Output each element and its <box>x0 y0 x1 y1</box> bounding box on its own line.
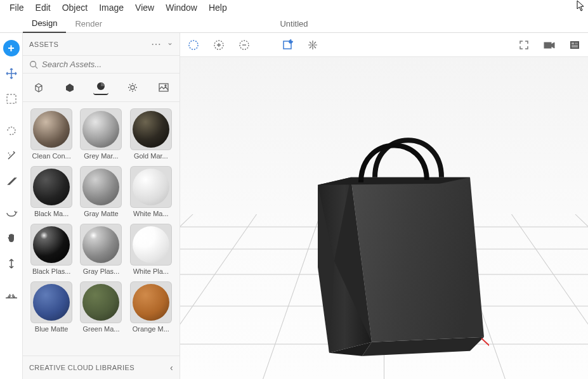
menu-file[interactable]: File <box>4 1 30 14</box>
material-sphere-icon <box>133 226 169 263</box>
eyedropper-tool[interactable] <box>3 172 20 190</box>
category-shapes[interactable] <box>62 80 77 95</box>
material-label: Green Ma... <box>82 325 119 333</box>
svg-line-27 <box>180 214 193 379</box>
material-swatch[interactable]: Orange M... <box>129 281 173 333</box>
svg-point-10 <box>289 41 292 43</box>
tab-render[interactable]: Render <box>66 15 111 32</box>
workspace-tabs: Design Render Untitled <box>0 15 588 33</box>
chevron-left-icon: ‹ <box>170 363 173 373</box>
svg-rect-14 <box>572 42 574 44</box>
viewport-area <box>180 33 588 379</box>
material-label: Black Ma... <box>34 210 69 217</box>
material-swatch[interactable]: White Ma... <box>129 166 173 217</box>
material-label: White Pla... <box>133 267 169 275</box>
material-swatch[interactable]: Clean Con... <box>29 108 74 160</box>
material-sphere-icon <box>82 284 119 321</box>
material-sphere-icon <box>33 284 70 321</box>
material-sphere-icon <box>133 169 169 205</box>
render-settings-button[interactable] <box>568 38 582 52</box>
material-swatch[interactable]: Blue Matte <box>29 281 74 333</box>
document-title: Untitled <box>280 19 308 29</box>
horizon-tool[interactable] <box>3 286 20 304</box>
material-swatch[interactable]: Gray Plas... <box>79 224 123 275</box>
category-images[interactable] <box>156 80 171 95</box>
material-swatch[interactable]: Green Ma... <box>79 281 123 333</box>
material-swatch[interactable]: Gold Mar... <box>129 108 173 160</box>
svg-rect-16 <box>572 45 578 48</box>
frame-button[interactable] <box>280 38 294 52</box>
material-sphere-icon <box>33 226 70 263</box>
assets-search[interactable] <box>23 56 180 74</box>
svg-line-26 <box>511 214 588 379</box>
material-thumb <box>130 224 172 266</box>
svg-point-6 <box>189 41 198 49</box>
move-tool[interactable] <box>3 65 20 82</box>
material-thumb <box>80 166 122 208</box>
material-label: Blue Matte <box>35 325 69 333</box>
marquee-select-button[interactable] <box>186 38 200 52</box>
tab-design[interactable]: Design <box>23 15 66 33</box>
material-swatch[interactable]: Black Ma... <box>29 166 74 217</box>
orbit-tool[interactable] <box>3 204 20 222</box>
material-label: Gold Mar... <box>134 152 168 160</box>
material-thumb <box>80 108 122 150</box>
material-sphere-icon <box>82 169 119 205</box>
wand-tool[interactable] <box>3 147 20 165</box>
category-models[interactable] <box>31 80 46 95</box>
material-thumb <box>80 281 122 323</box>
menu-help[interactable]: Help <box>203 1 233 14</box>
tool-strip: + <box>0 33 23 379</box>
menu-view[interactable]: View <box>129 1 160 14</box>
material-swatch[interactable]: Black Plas... <box>29 224 74 275</box>
remove-from-selection-button[interactable] <box>237 38 251 52</box>
material-sphere-icon <box>82 226 119 263</box>
svg-line-28 <box>575 214 588 379</box>
select-tool[interactable] <box>3 90 20 108</box>
search-input[interactable] <box>42 60 173 69</box>
fullscreen-button[interactable] <box>517 38 531 52</box>
cc-libraries-section[interactable]: CREATIVE CLOUD LIBRARIES ‹ <box>23 356 180 379</box>
menu-window[interactable]: Window <box>160 1 203 14</box>
material-thumb <box>30 108 72 150</box>
material-swatch[interactable]: Gray Matte <box>79 166 123 217</box>
material-sphere-icon <box>133 284 169 321</box>
undo-tool[interactable] <box>3 122 20 139</box>
svg-rect-12 <box>544 42 551 48</box>
add-to-selection-button[interactable] <box>212 38 226 52</box>
svg-rect-15 <box>575 42 578 44</box>
category-materials[interactable] <box>93 80 108 95</box>
material-sphere-icon <box>82 111 119 148</box>
asset-categories <box>23 74 180 102</box>
3d-viewport[interactable] <box>180 57 588 379</box>
menu-object[interactable]: Object <box>56 1 93 14</box>
svg-point-1 <box>30 61 36 67</box>
material-swatch[interactable]: Grey Mar... <box>79 108 123 160</box>
snap-button[interactable] <box>306 38 320 52</box>
plus-icon: + <box>3 40 20 56</box>
camera-button[interactable] <box>542 38 556 52</box>
material-thumb <box>30 166 72 208</box>
material-sphere-icon <box>33 169 70 205</box>
menu-image[interactable]: Image <box>93 1 129 14</box>
svg-line-29 <box>481 338 489 347</box>
category-lights[interactable] <box>125 80 140 95</box>
search-icon <box>29 60 38 69</box>
svg-line-25 <box>180 214 257 379</box>
viewport-toolbar <box>180 33 588 57</box>
panel-menu-button[interactable]: ⋯ <box>151 38 162 50</box>
material-thumb <box>30 281 72 323</box>
pan-tool[interactable] <box>3 229 20 247</box>
material-label: White Ma... <box>133 210 169 217</box>
material-label: Clean Con... <box>32 152 71 160</box>
svg-point-5 <box>165 85 166 86</box>
material-label: Black Plas... <box>32 267 71 275</box>
dolly-tool[interactable] <box>3 255 20 273</box>
add-button[interactable]: + <box>3 39 20 57</box>
panel-collapse-button[interactable]: ⌄ <box>167 38 174 50</box>
material-thumb <box>130 166 172 208</box>
material-swatch[interactable]: White Pla... <box>129 224 173 275</box>
menu-edit[interactable]: Edit <box>30 1 56 14</box>
materials-grid[interactable]: Clean Con...Grey Mar...Gold Mar...Black … <box>23 102 180 356</box>
shopping-bag-model[interactable] <box>280 103 489 363</box>
